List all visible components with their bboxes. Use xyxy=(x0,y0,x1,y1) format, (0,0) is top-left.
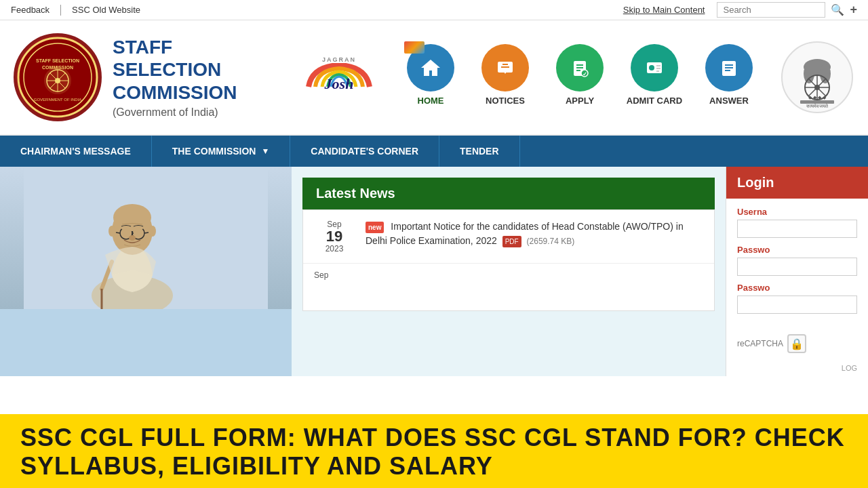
gandhi-photo xyxy=(0,167,292,309)
search-button[interactable]: 🔍 xyxy=(831,3,844,16)
notices-icon xyxy=(494,56,517,79)
news-item: Sep 19 2023 new Important Notice for the… xyxy=(303,210,714,264)
svg-rect-26 xyxy=(656,70,659,72)
login-title: Login xyxy=(737,175,774,190)
nav-icons-row: HOME NOTICES xyxy=(393,39,766,111)
nav-notices[interactable]: NOTICES xyxy=(468,39,542,111)
jagran-ribbon xyxy=(404,41,425,54)
plus-button[interactable]: + xyxy=(850,3,857,17)
old-website-link[interactable]: SSC Old Website xyxy=(72,5,140,15)
svg-text:◆ ◆ ◆ ◆: ◆ ◆ ◆ ◆ xyxy=(808,95,827,100)
news-box: Sep 19 2023 new Important Notice for the… xyxy=(302,209,715,311)
svg-point-34 xyxy=(820,64,831,83)
svg-text:✓: ✓ xyxy=(583,71,587,77)
nav-candidates-corner[interactable]: CANDIDATE'S CORNER xyxy=(290,136,439,167)
news-text[interactable]: Important Notice for the candidates of H… xyxy=(366,221,684,246)
ssc-logo: STAFF SELECTION COMMISSION GOVERNMENT OF… xyxy=(14,33,102,121)
svg-line-50 xyxy=(116,232,120,233)
nav-answer[interactable]: ANSWER xyxy=(692,39,766,111)
svg-point-53 xyxy=(149,226,156,237)
logo-svg: STAFF SELECTION COMMISSION GOVERNMENT OF… xyxy=(17,37,98,118)
home-label: HOME xyxy=(418,96,444,106)
log-label: LOG xyxy=(842,364,857,372)
gandhi-illustration xyxy=(24,167,268,309)
confirm-password-input[interactable] xyxy=(737,296,857,314)
login-header: Login xyxy=(726,167,868,199)
svg-text:GOVERNMENT OF INDIA: GOVERNMENT OF INDIA xyxy=(34,98,82,102)
svg-text:सत्यमेव जयते: सत्यमेव जयते xyxy=(806,103,829,108)
org-title: STAFF SELECTION COMMISSION xyxy=(113,36,258,104)
jagran-josh-logo: JAGRAN Josh xyxy=(305,56,373,93)
recaptcha-area: reCAPTCHA 🔒 xyxy=(726,329,868,359)
top-bar: Feedback SSC Old Website Skip to Main Co… xyxy=(0,0,868,20)
header-nav-section: JAGRAN Josh xyxy=(278,39,766,117)
answer-icon xyxy=(717,56,741,79)
josh-label: Josh xyxy=(325,75,354,93)
news-sep-date: Sep xyxy=(303,264,714,280)
emblem-svg: ◆ ◆ ◆ ◆ सत्यमेव जयते xyxy=(780,40,854,115)
svg-point-52 xyxy=(108,226,115,237)
left-sidebar xyxy=(0,167,292,376)
news-date: Sep 19 2023 xyxy=(314,220,355,253)
svg-point-56 xyxy=(129,235,136,241)
news-content: new Important Notice for the candidates … xyxy=(366,220,703,248)
skip-to-main-link[interactable]: Skip to Main Content xyxy=(623,5,705,15)
nav-home[interactable]: HOME xyxy=(393,39,468,111)
header: STAFF SELECTION COMMISSION GOVERNMENT OF… xyxy=(0,20,868,136)
svg-text:STAFF SELECTION: STAFF SELECTION xyxy=(36,58,79,63)
nav-apply[interactable]: ✓ APPLY xyxy=(542,39,617,111)
password-input[interactable] xyxy=(737,258,857,276)
topbar-divider xyxy=(60,5,61,16)
apply-label: APPLY xyxy=(566,96,594,106)
recaptcha-box[interactable]: 🔒 xyxy=(787,334,806,353)
svg-point-33 xyxy=(804,64,814,83)
main-content: Latest News Sep 19 2023 new Important No… xyxy=(0,167,868,376)
admit-card-icon-circle xyxy=(631,44,678,92)
pdf-icon: PDF xyxy=(502,236,521,247)
top-bar-right: Skip to Main Content 🔍 + xyxy=(623,2,857,18)
admit-card-label: ADMIT CARD xyxy=(627,96,682,106)
feedback-link[interactable]: Feedback xyxy=(11,5,50,15)
answer-label: ANSWER xyxy=(709,96,749,106)
notices-label: NOTICES xyxy=(486,96,525,106)
commission-dropdown-arrow: ▼ xyxy=(261,146,269,156)
admit-card-icon xyxy=(643,56,666,79)
username-label: Userna xyxy=(737,207,857,217)
nav-commission[interactable]: THE COMMISSION ▼ xyxy=(152,136,291,167)
nav-tender[interactable]: TENDER xyxy=(439,136,520,167)
svg-rect-14 xyxy=(502,64,508,65)
jagran-label: JAGRAN xyxy=(305,56,373,63)
search-input[interactable] xyxy=(717,2,825,18)
sep-month: Sep xyxy=(314,270,328,280)
svg-rect-25 xyxy=(656,68,660,69)
jagran-josh-row: JAGRAN Josh xyxy=(305,39,766,111)
svg-point-23 xyxy=(649,65,654,70)
josh-logo: Josh xyxy=(305,63,373,93)
org-name: STAFF SELECTION COMMISSION (Government o… xyxy=(113,36,258,119)
nav-chairmans-message[interactable]: CHAIRMAN'S MESSAGE xyxy=(0,136,152,167)
home-icon xyxy=(418,56,443,80)
answer-icon-circle xyxy=(705,44,753,92)
notices-icon-circle xyxy=(481,44,529,92)
top-bar-left: Feedback SSC Old Website xyxy=(11,5,140,16)
apply-icon-circle: ✓ xyxy=(556,44,604,92)
news-day: 19 xyxy=(314,229,355,244)
apply-icon: ✓ xyxy=(568,56,591,79)
svg-line-51 xyxy=(144,232,149,233)
latest-news-title: Latest News xyxy=(316,186,395,201)
nav-bar: CHAIRMAN'S MESSAGE THE COMMISSION ▼ CAND… xyxy=(0,136,868,167)
news-year: 2023 xyxy=(314,244,355,253)
svg-rect-15 xyxy=(501,66,509,68)
latest-news-header: Latest News xyxy=(302,178,715,209)
username-input[interactable] xyxy=(737,220,857,238)
logo-area: STAFF SELECTION COMMISSION GOVERNMENT OF… xyxy=(14,33,258,121)
password-label: Passwo xyxy=(737,245,857,255)
nav-admit-card[interactable]: ADMIT CARD xyxy=(617,39,692,111)
login-form: Userna Passwo Passwo xyxy=(726,199,868,329)
svg-point-54 xyxy=(113,204,151,231)
password-label2: Passwo xyxy=(737,283,857,293)
header-emblem: ◆ ◆ ◆ ◆ सत्यमेव जयते xyxy=(780,40,854,115)
latest-news-container: Latest News Sep 19 2023 new Important No… xyxy=(292,167,726,376)
new-badge: new xyxy=(366,222,384,233)
recaptcha-logo: 🔒 xyxy=(790,338,804,350)
